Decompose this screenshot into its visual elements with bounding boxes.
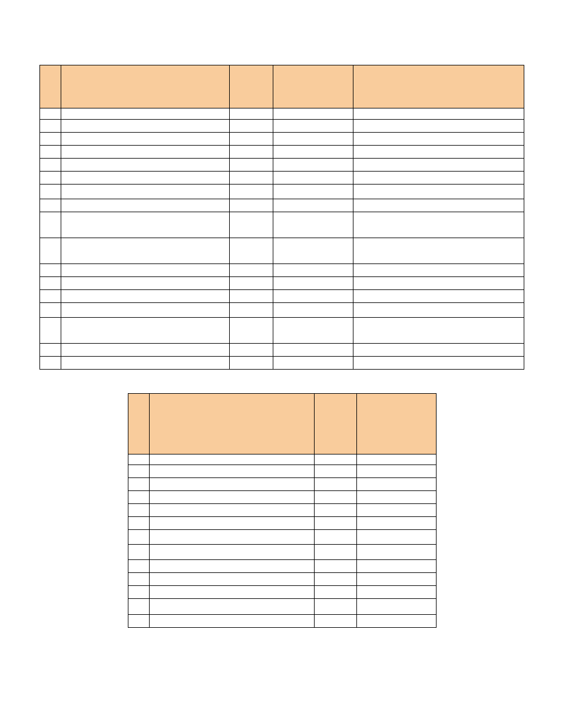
table-cell [40, 120, 61, 133]
table-cell [40, 159, 61, 172]
table-cell [61, 290, 230, 303]
table-cell [128, 491, 150, 504]
table-cell [61, 303, 230, 318]
table-cell [128, 530, 150, 545]
table-cell [230, 238, 273, 264]
table-cell [40, 264, 61, 277]
table-header-cell [150, 394, 315, 454]
table-cell [273, 159, 353, 172]
table-cell [230, 344, 273, 357]
table-row [128, 545, 437, 560]
table-cell [357, 530, 437, 545]
table-cell [40, 172, 61, 185]
table-cell [128, 573, 150, 586]
table-cell [315, 517, 357, 530]
table-cell [357, 573, 437, 586]
table-row [40, 120, 524, 133]
table-cell [230, 277, 273, 290]
table-cell [357, 599, 437, 615]
table-cell [353, 172, 524, 185]
table-cell [150, 615, 315, 628]
table-cell [128, 586, 150, 599]
table-cell [353, 108, 524, 120]
table-cell [61, 133, 230, 146]
table-cell [353, 133, 524, 146]
table-cell [357, 586, 437, 599]
table-row [128, 465, 437, 478]
table-cell [230, 212, 273, 238]
table-cell [40, 185, 61, 199]
page [0, 0, 562, 728]
table-header-cell [315, 394, 357, 454]
table-cell [40, 277, 61, 290]
table-cell [315, 573, 357, 586]
table-cell [150, 491, 315, 504]
table-cell [357, 517, 437, 530]
table-header-cell [230, 65, 273, 108]
table-cell [61, 108, 230, 120]
table-header-cell [357, 394, 437, 454]
table-cell [353, 238, 524, 264]
table-cell [315, 491, 357, 504]
table-cell [353, 146, 524, 159]
table-cell [61, 172, 230, 185]
table-row [40, 108, 524, 120]
table-row [128, 517, 437, 530]
table-cell [40, 108, 61, 120]
table-cell [150, 517, 315, 530]
table-cell [230, 357, 273, 370]
table-cell [273, 146, 353, 159]
table-cell [315, 560, 357, 573]
table-cell [230, 108, 273, 120]
table-cell [150, 465, 315, 478]
table-cell [61, 212, 230, 238]
table-cell [230, 133, 273, 146]
table-cell [61, 277, 230, 290]
table-cell [40, 357, 61, 370]
table-cell [128, 560, 150, 573]
table-cell [150, 545, 315, 560]
table-cell [357, 465, 437, 478]
table-cell [315, 545, 357, 560]
table-cell [315, 599, 357, 615]
table-cell [353, 290, 524, 303]
table-row [40, 290, 524, 303]
table-cell [315, 465, 357, 478]
table-cell [128, 504, 150, 517]
table-cell [40, 344, 61, 357]
table-cell [150, 586, 315, 599]
table-cell [61, 318, 230, 344]
table-cell [315, 586, 357, 599]
table-cell [61, 159, 230, 172]
table-row [40, 199, 524, 212]
table-cell [315, 504, 357, 517]
table-cell [353, 303, 524, 318]
table-cell [357, 545, 437, 560]
table-cell [40, 290, 61, 303]
table-cell [230, 303, 273, 318]
table-cell [128, 465, 150, 478]
table-cell [230, 172, 273, 185]
table-cell [357, 504, 437, 517]
table-cell [315, 478, 357, 491]
table-cell [357, 454, 437, 465]
table-cell [273, 344, 353, 357]
table-cell [128, 599, 150, 615]
table-cell [353, 159, 524, 172]
table-cell [273, 238, 353, 264]
table-row [128, 454, 437, 465]
table-row [40, 159, 524, 172]
table-header-cell [273, 65, 353, 108]
table-cell [357, 615, 437, 628]
table-cell [40, 146, 61, 159]
table-cell [40, 318, 61, 344]
table-cell [353, 277, 524, 290]
table-cell [273, 318, 353, 344]
table-cell [353, 185, 524, 199]
table-cell [230, 290, 273, 303]
table-cell [273, 303, 353, 318]
table-cell [230, 318, 273, 344]
table-cell [40, 199, 61, 212]
table-header-row [40, 65, 524, 108]
table-cell [150, 478, 315, 491]
